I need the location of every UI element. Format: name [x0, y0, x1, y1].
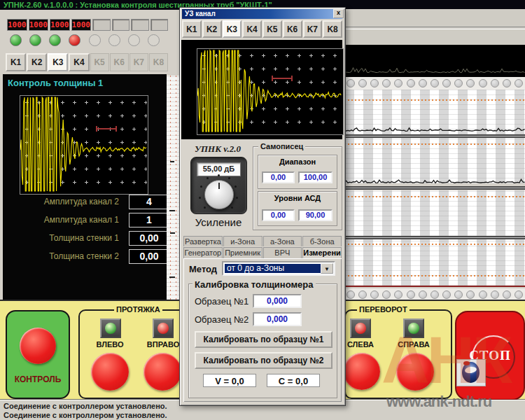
- sample1-field[interactable]: 0,000: [253, 294, 302, 308]
- uz-window-title-bar[interactable]: УЗ канал: [182, 9, 342, 19]
- tab-priemnik[interactable]: Приемник: [223, 247, 262, 258]
- chart-threshold-line: [344, 196, 525, 197]
- strip-separator: [344, 186, 525, 190]
- sprocket-hole: [503, 79, 511, 88]
- chevron-down-icon[interactable]: ▼: [321, 263, 333, 274]
- reading-label: Толщина стенки 2: [13, 249, 119, 263]
- flip-right-lamp: [403, 318, 424, 338]
- recorder-group-title: Самописец: [258, 142, 305, 150]
- range-label: Диапазон: [258, 155, 337, 166]
- sprocket-hole: [358, 290, 367, 299]
- pull-group-title: ПРОТЯЖКА: [114, 305, 162, 314]
- calibrate-sample1-button[interactable]: Калибровать по образцу №1: [195, 331, 332, 348]
- sprocket-hole: [442, 290, 451, 299]
- control-red-button[interactable]: [20, 328, 56, 364]
- app-root: УПНК-2.60 v.1.0.0.0 : Установка контроля…: [0, 0, 525, 420]
- pull-right-button[interactable]: [144, 353, 181, 391]
- counter-display-empty: [131, 19, 149, 31]
- sprocket-hole: [466, 290, 475, 299]
- chart-threshold-line: [344, 275, 525, 276]
- status-line-2: Соединение с контроллером установлено.: [0, 411, 525, 420]
- uz-tab-k1[interactable]: K1: [182, 20, 202, 38]
- uz-tab-k4[interactable]: K4: [242, 20, 262, 38]
- sprocket-hole: [407, 290, 415, 299]
- gate-marker: [272, 76, 293, 81]
- sprocket-holes-top: [344, 77, 525, 90]
- reading-label: Амплитуда канал 1: [13, 213, 119, 227]
- pull-left-lamp: [100, 318, 121, 338]
- calibrate-sample2-button[interactable]: Калибровать по образцу №2: [195, 352, 332, 369]
- sprocket-hole: [346, 79, 355, 88]
- sprocket-hole: [430, 290, 439, 299]
- sample2-label: Образец №2: [195, 314, 248, 325]
- channel-button-k6[interactable]: K6: [110, 53, 129, 71]
- uz-channel-window: УЗ канал x K1 K2 K3 K4 K5 K6 K7 K8: [179, 7, 346, 406]
- channel-button-k1[interactable]: K1: [6, 53, 26, 71]
- recorder-ridge: [344, 27, 525, 29]
- asd-min-field[interactable]: 0,00: [262, 209, 295, 221]
- sprocket-hole: [503, 290, 511, 299]
- range-min-field[interactable]: 0,00: [262, 172, 295, 183]
- tab-vrch[interactable]: ВРЧ: [263, 247, 302, 258]
- uz-tab-k2[interactable]: K2: [202, 20, 222, 38]
- flip-right-label: СПРАВА: [391, 340, 437, 349]
- channel-led-green: [49, 34, 61, 46]
- v-value-field: V = 0,0: [203, 374, 256, 387]
- asd-max-field[interactable]: 90,00: [298, 209, 332, 221]
- uz-tab-k6[interactable]: K6: [283, 20, 302, 38]
- chart-threshold-line: [344, 99, 525, 101]
- close-icon[interactable]: x: [333, 9, 344, 18]
- tab-razvertka[interactable]: Развертка: [183, 236, 223, 246]
- range-max-field[interactable]: 100,00: [298, 172, 332, 183]
- uz-tab-k7[interactable]: K7: [303, 20, 323, 38]
- sprocket-hole: [454, 290, 463, 299]
- uz-tab-k5[interactable]: K5: [262, 20, 282, 38]
- channel-button-k3[interactable]: K3: [48, 53, 68, 71]
- channel-led-green: [29, 34, 41, 46]
- flip-group-title: ПЕРЕВОРОТ: [357, 305, 410, 314]
- sprocket-hole: [479, 290, 487, 299]
- channel-button-k7[interactable]: K7: [130, 53, 148, 71]
- reading-label: Толщина стенки 1: [13, 231, 119, 245]
- channel-button-k4[interactable]: K4: [69, 53, 89, 71]
- a-scan-display: [20, 95, 148, 195]
- calibration-group-title: Калибровка толщиномера: [192, 279, 316, 290]
- c-value-field: C = 0,0: [267, 374, 320, 387]
- sprocket-hole: [514, 290, 523, 299]
- sprocket-hole: [382, 290, 391, 299]
- counter-display: 1000: [50, 19, 70, 31]
- sample2-field[interactable]: 0,000: [253, 312, 302, 326]
- tab-b-zona[interactable]: б-Зона: [302, 236, 342, 246]
- stop-button[interactable]: СТОП: [455, 311, 525, 400]
- pull-left-button[interactable]: [91, 353, 129, 391]
- chart-baseline: [344, 286, 525, 287]
- channel-button-k5[interactable]: K5: [90, 53, 109, 71]
- channel-led-green: [10, 34, 22, 46]
- flip-left-button[interactable]: [343, 353, 380, 390]
- method-dropdown[interactable]: от 0 до а-Зоны ▼: [222, 261, 335, 276]
- gain-knob[interactable]: [204, 180, 234, 209]
- sprocket-hole: [394, 79, 402, 88]
- channel-button-k8[interactable]: K8: [149, 53, 168, 71]
- ank-logo-icon: [456, 359, 486, 386]
- flip-right-button[interactable]: [396, 353, 434, 391]
- uz-tab-k8[interactable]: K8: [323, 20, 342, 38]
- control-start-button[interactable]: КОНТРОЛЬ: [6, 310, 70, 399]
- channel-led-off: [148, 34, 160, 46]
- tab-a-zona[interactable]: а-Зона: [263, 236, 302, 246]
- channel-led-off: [128, 34, 140, 46]
- sprocket-hole: [370, 79, 379, 88]
- channel-button-k2[interactable]: K2: [27, 53, 47, 71]
- tab-izmerenie[interactable]: Измерение: [302, 247, 342, 258]
- tab-generator[interactable]: Генератор: [183, 247, 223, 258]
- sprocket-hole: [370, 290, 379, 299]
- sprocket-hole: [454, 79, 463, 88]
- chart-strip-4: [344, 239, 525, 286]
- sprocket-hole: [479, 79, 487, 88]
- reading-value: 0,00: [129, 249, 169, 264]
- tab-i-zona[interactable]: и-Зона: [223, 236, 262, 246]
- uz-tab-k3[interactable]: K3: [223, 20, 242, 38]
- flip-left-lamp: [350, 318, 371, 338]
- chart-threshold-line: [344, 144, 525, 145]
- counter-displays: 1000 1000 1000 1000: [7, 19, 168, 31]
